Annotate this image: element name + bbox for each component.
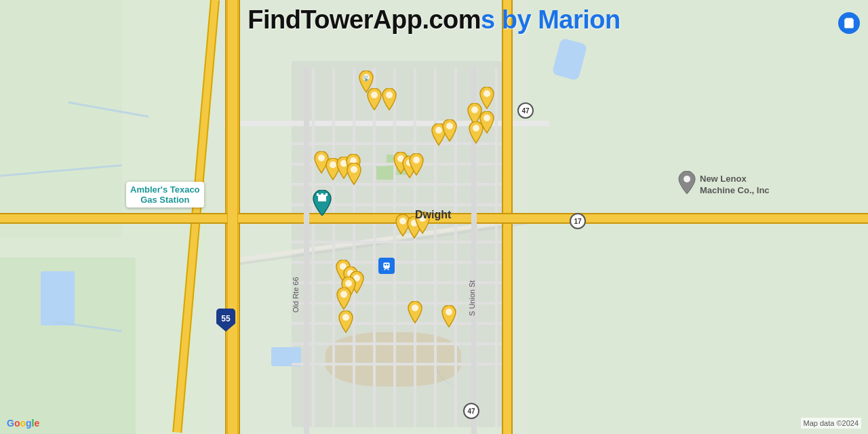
svg-rect-36	[383, 262, 389, 268]
svg-point-15	[351, 166, 357, 173]
tower-pin[interactable]	[380, 88, 399, 113]
new-lenox-label: New LenoxMachine Co., Inc	[700, 174, 770, 197]
svg-point-29	[446, 309, 452, 315]
tower-pin[interactable]	[406, 301, 425, 326]
svg-rect-31	[317, 193, 319, 196]
tower-pin[interactable]	[407, 153, 426, 178]
svg-point-25	[345, 280, 352, 287]
svg-rect-33	[326, 193, 328, 196]
svg-line-39	[388, 269, 389, 271]
grid-v6	[414, 68, 416, 427]
new-lenox-pin[interactable]	[678, 171, 696, 197]
title-blue: s by Marion	[481, 5, 620, 34]
svg-point-18	[413, 157, 420, 163]
shopping-marker[interactable]	[838, 12, 860, 34]
svg-point-10	[473, 125, 479, 132]
top-left-field	[0, 0, 122, 237]
old-66	[304, 68, 309, 434]
tower-pin[interactable]	[334, 288, 353, 312]
grid-v1	[312, 68, 315, 427]
road-label-union-st: S Union St	[468, 280, 476, 316]
tower-pin[interactable]	[439, 305, 458, 330]
tower-pin[interactable]	[440, 119, 459, 144]
map-title: FindTowerApp.coms by Marion	[248, 5, 620, 35]
grid-v4	[373, 68, 376, 427]
title-black: FindTowerApp.com	[248, 5, 481, 34]
grid-v2	[332, 68, 335, 427]
svg-point-9	[446, 123, 453, 130]
svg-point-27	[342, 314, 349, 321]
tower-pin[interactable]	[467, 121, 486, 146]
transit-marker[interactable]	[378, 258, 395, 274]
route-shield-17: 17	[570, 213, 586, 229]
tower-pin[interactable]	[336, 311, 355, 335]
map-data-text: Map data ©2024	[801, 418, 862, 429]
grid-v7	[434, 68, 437, 427]
svg-rect-41	[387, 264, 389, 265]
svg-point-5	[484, 90, 490, 97]
svg-point-4	[386, 92, 393, 98]
svg-point-3	[371, 92, 378, 98]
route-shield-47-bottom: 47	[463, 403, 479, 419]
svg-point-26	[340, 291, 347, 298]
svg-point-28	[412, 304, 418, 311]
svg-text:📡: 📡	[363, 75, 370, 81]
road-i55-main	[227, 0, 238, 434]
amblers-texaco-label: Ambler's TexacoGas Station	[126, 182, 204, 208]
google-logo: Google	[7, 418, 39, 429]
map-container: FindTowerApp.coms by Marion 📡	[0, 0, 868, 434]
tower-pin[interactable]	[344, 163, 363, 187]
svg-line-38	[384, 269, 386, 271]
svg-point-7	[484, 115, 490, 121]
amblers-pin[interactable]	[312, 190, 332, 218]
city-label-dwight: Dwight	[415, 209, 451, 221]
route-shield-47-top: 47	[517, 102, 534, 119]
grid-v3	[353, 68, 355, 427]
svg-rect-32	[321, 193, 323, 196]
svg-rect-34	[318, 199, 326, 201]
grid-v5	[393, 68, 396, 427]
svg-rect-40	[384, 264, 386, 265]
road-label-old-66: Old Rte 66	[292, 277, 300, 313]
svg-point-35	[684, 176, 690, 182]
road-secondary-top	[224, 121, 549, 126]
water-left	[41, 271, 75, 326]
